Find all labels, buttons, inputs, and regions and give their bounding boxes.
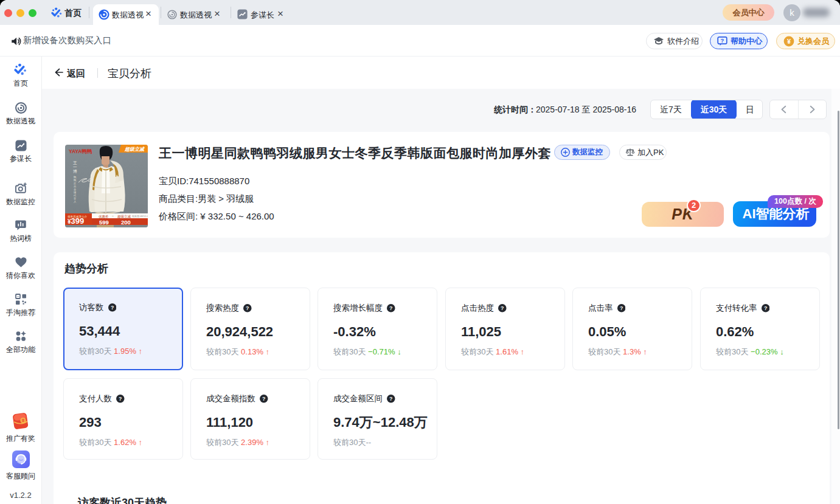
- svg-text:~: ~: [112, 214, 114, 218]
- svg-text:599: 599: [99, 219, 109, 226]
- svg-text:?: ?: [620, 305, 623, 311]
- svg-text:?: ?: [501, 305, 504, 311]
- svg-text:一: 一: [73, 165, 77, 169]
- svg-text:超级立减: 超级立减: [124, 146, 145, 152]
- svg-text:博: 博: [73, 169, 77, 174]
- svg-text:?: ?: [246, 305, 249, 311]
- svg-text:?: ?: [111, 305, 114, 311]
- svg-text:YAYA鸭鸭: YAYA鸭鸭: [69, 148, 92, 154]
- svg-text:优惠价: 优惠价: [99, 215, 109, 219]
- svg-text:有效期 08/12-08/17: 有效期 08/12-08/17: [132, 215, 148, 218]
- svg-text:?: ?: [721, 37, 724, 44]
- svg-text:?: ?: [764, 305, 767, 311]
- svg-text:?: ?: [389, 396, 392, 402]
- svg-text:¥399: ¥399: [68, 216, 84, 226]
- svg-text:?: ?: [389, 305, 392, 311]
- svg-text:?: ?: [119, 396, 122, 402]
- svg-text:?: ?: [262, 396, 265, 402]
- svg-text:¥: ¥: [787, 37, 791, 44]
- svg-text:200: 200: [121, 219, 131, 226]
- svg-text:超级立减: 超级立减: [117, 215, 131, 219]
- svg-text:王: 王: [73, 161, 77, 165]
